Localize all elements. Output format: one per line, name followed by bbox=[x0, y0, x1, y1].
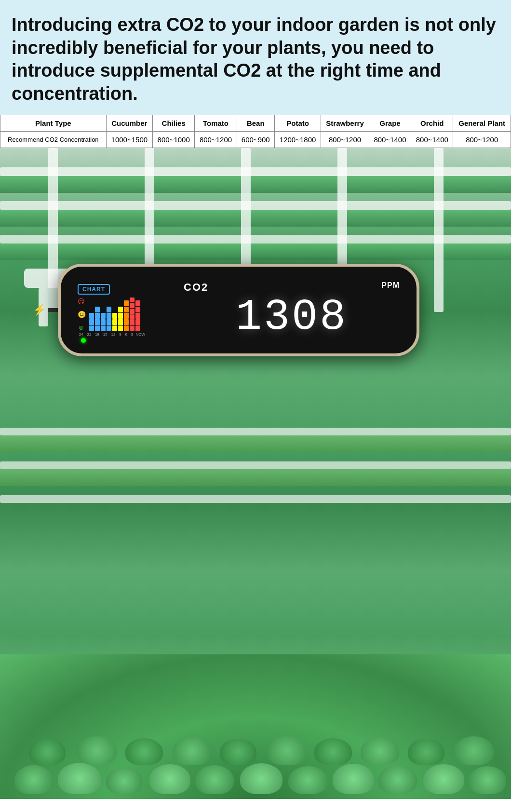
val-tomato: 800~1200 bbox=[195, 132, 237, 148]
chart-section: CHART ☹ 😐 ☺ -24 -21 -18 -15 bbox=[78, 284, 174, 337]
col-bean: Bean bbox=[237, 115, 274, 132]
bar-segment-1-3 bbox=[95, 325, 100, 331]
bar-segment-1-2 bbox=[95, 319, 100, 325]
bar-segment-8-1 bbox=[135, 307, 140, 312]
lettuce-11 bbox=[469, 766, 506, 794]
bar-segment-2-0 bbox=[101, 313, 106, 319]
col-general-plant: General Plant bbox=[453, 115, 511, 132]
bar-segment-2-1 bbox=[101, 319, 106, 325]
bar-segment-3-1 bbox=[107, 313, 111, 319]
row-label: Recommend CO2 Concentration bbox=[0, 132, 107, 148]
bar-segment-3-2 bbox=[107, 319, 111, 325]
chart-display: ☹ 😐 ☺ bbox=[78, 298, 140, 331]
shelf-beam-5 bbox=[0, 461, 511, 469]
bar-segment-0-2 bbox=[89, 325, 94, 331]
col-chilies: Chilies bbox=[153, 115, 195, 132]
bar-segment-4-1 bbox=[112, 319, 117, 325]
val-bean: 600~900 bbox=[237, 132, 274, 148]
bar-segment-5-0 bbox=[118, 307, 123, 312]
bar-segment-8-2 bbox=[135, 313, 140, 319]
bar-segment-0-1 bbox=[89, 319, 94, 325]
ppm-label: PPM bbox=[381, 281, 400, 290]
bar-segment-1-0 bbox=[95, 307, 100, 312]
lettuce-1 bbox=[14, 765, 53, 794]
smiley-yellow: 😐 bbox=[78, 311, 86, 318]
bar-segment-4-2 bbox=[112, 325, 117, 331]
lettuce-3 bbox=[106, 768, 142, 794]
lettuce-back-5 bbox=[220, 739, 256, 765]
main-headline: Introducing extra CO2 to your indoor gar… bbox=[12, 14, 499, 105]
bar-segment-7-5 bbox=[130, 326, 134, 331]
val-general-plant: 800~1200 bbox=[453, 132, 511, 148]
bar-segment-5-2 bbox=[118, 319, 123, 325]
co2-header: CO2 PPM bbox=[184, 281, 400, 294]
bar-segment-3-3 bbox=[107, 325, 111, 331]
lettuce-back-4 bbox=[173, 737, 211, 765]
val-grape: 800~1400 bbox=[369, 132, 411, 148]
farm-image-section: ⚡ CHART ☹ 😐 ☺ bbox=[0, 148, 511, 799]
bar-segment-6-4 bbox=[124, 325, 129, 331]
shelf-beam-4 bbox=[0, 428, 511, 435]
val-strawberry: 800~1200 bbox=[321, 132, 369, 148]
table-row: Recommend CO2 Concentration 1000~1500 80… bbox=[0, 132, 511, 148]
bar-segment-6-2 bbox=[124, 313, 129, 319]
bar-segment-8-3 bbox=[135, 319, 140, 325]
col-grape: Grape bbox=[369, 115, 411, 132]
lettuce-back-10 bbox=[454, 736, 494, 765]
lettuce-2 bbox=[58, 763, 101, 794]
lettuce-back-2 bbox=[77, 736, 117, 765]
bar-segment-1-1 bbox=[95, 313, 100, 319]
bar-segment-6-3 bbox=[124, 319, 129, 325]
col-strawberry: Strawberry bbox=[321, 115, 369, 132]
val-chilies: 800~1000 bbox=[153, 132, 195, 148]
bar-segment-7-2 bbox=[130, 309, 134, 314]
shelf-beam-6 bbox=[0, 495, 511, 503]
lettuce-4 bbox=[149, 764, 190, 794]
lettuce-9 bbox=[378, 765, 417, 794]
lettuce-5 bbox=[195, 765, 234, 794]
smiley-green: ☺ bbox=[78, 324, 86, 331]
support-col-5 bbox=[434, 148, 444, 312]
smiley-column: ☹ 😐 ☺ bbox=[78, 298, 86, 331]
lettuce-7 bbox=[288, 766, 328, 794]
val-potato: 1200~1800 bbox=[274, 132, 321, 148]
device-wrapper: ⚡ CHART ☹ 😐 ☺ bbox=[58, 264, 419, 356]
table-section: Plant Type Cucumber Chilies Tomato Bean … bbox=[0, 115, 511, 148]
lettuce-back-3 bbox=[125, 738, 163, 765]
usb-icon: ⚡ bbox=[33, 304, 46, 316]
lettuce-back-1 bbox=[29, 739, 66, 765]
bar-segment-7-1 bbox=[130, 303, 134, 308]
bar-segment-3-0 bbox=[107, 307, 111, 312]
lettuce-8 bbox=[333, 764, 374, 794]
smiley-red: ☹ bbox=[78, 298, 86, 305]
col-tomato: Tomato bbox=[195, 115, 237, 132]
col-potato: Potato bbox=[274, 115, 321, 132]
green-led-indicator bbox=[81, 338, 86, 343]
bar-segment-7-4 bbox=[130, 320, 134, 325]
header-section: Introducing extra CO2 to your indoor gar… bbox=[0, 0, 511, 115]
lettuce-back-9 bbox=[408, 739, 444, 765]
col-plant-type: Plant Type bbox=[0, 115, 107, 132]
chart-badge: CHART bbox=[78, 284, 110, 295]
lettuce-10 bbox=[423, 764, 464, 794]
bar-segment-7-3 bbox=[130, 314, 134, 320]
val-cucumber: 1000~1500 bbox=[106, 132, 152, 148]
chart-label-row: CHART bbox=[78, 284, 110, 295]
co2-label: CO2 bbox=[184, 281, 208, 294]
bar-segment-6-1 bbox=[124, 307, 129, 312]
bar-chart bbox=[89, 298, 140, 331]
bar-segment-4-0 bbox=[112, 313, 117, 319]
lettuce-back-6 bbox=[267, 736, 307, 765]
co2-value: 1308 bbox=[236, 296, 348, 339]
bar-segment-2-2 bbox=[101, 325, 106, 331]
val-orchid: 800~1400 bbox=[411, 132, 453, 148]
bar-segment-7-0 bbox=[130, 298, 134, 303]
lettuce-6 bbox=[240, 763, 282, 794]
lettuce-bottom-area bbox=[0, 654, 511, 799]
bar-segment-6-0 bbox=[124, 300, 129, 306]
bar-segment-8-0 bbox=[135, 300, 140, 306]
col-orchid: Orchid bbox=[411, 115, 453, 132]
bar-segment-8-4 bbox=[135, 325, 140, 331]
lettuce-back-7 bbox=[314, 738, 352, 765]
co2-device: CHART ☹ 😐 ☺ -24 -21 -18 -15 bbox=[58, 264, 419, 356]
